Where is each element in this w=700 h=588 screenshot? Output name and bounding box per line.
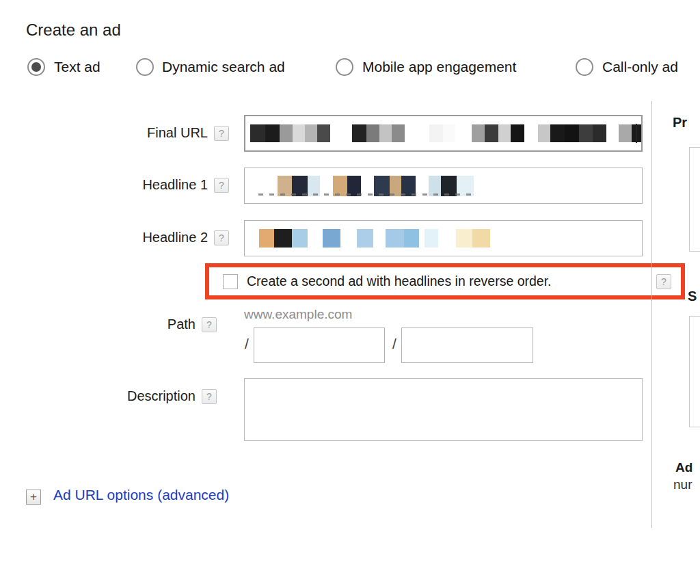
expand-plus-icon[interactable]: +	[26, 490, 41, 505]
path-input-1[interactable]	[254, 328, 385, 363]
radio-text-ad-icon[interactable]	[27, 58, 45, 76]
final-url-help-icon[interactable]: ?	[214, 126, 229, 141]
headline1-label-row: Headline 1 ?	[0, 177, 229, 193]
reverse-headlines-label: Create a second ad with headlines in rev…	[247, 273, 552, 289]
headline2-label: Headline 2	[142, 230, 208, 245]
path-input-2[interactable]	[401, 328, 533, 363]
right-panel-bold-text-clipped: Ad	[675, 460, 692, 475]
ad-url-options-link[interactable]: Ad URL options (advanced)	[53, 487, 229, 503]
radio-mobile-app-engagement-label[interactable]: Mobile app engagement	[362, 59, 516, 75]
text-cursor	[636, 124, 637, 143]
description-textarea[interactable]	[244, 378, 643, 441]
headline2-help-icon[interactable]: ?	[214, 230, 229, 245]
headline1-redacted-value	[245, 168, 642, 203]
headline2-redacted-value	[245, 221, 642, 256]
side-heading-clipped: S	[688, 289, 697, 304]
radio-dynamic-search-ad-icon[interactable]	[136, 58, 154, 76]
reverse-headlines-highlight-box: Create a second ad with headlines in rev…	[205, 263, 685, 299]
description-label-row: Description ?	[0, 388, 217, 404]
headline2-input[interactable]	[244, 220, 643, 256]
radio-call-only-ad-label[interactable]: Call-only ad	[602, 59, 678, 75]
radio-dynamic-search-ad-label[interactable]: Dynamic search ad	[162, 59, 285, 75]
path-separator-1: /	[245, 336, 249, 352]
final-url-input[interactable]	[244, 115, 643, 152]
description-help-icon[interactable]: ?	[202, 389, 217, 404]
radio-call-only-ad-icon[interactable]	[576, 58, 593, 76]
headline1-label: Headline 1	[142, 177, 208, 193]
final-url-label-row: Final URL ?	[0, 125, 229, 141]
final-url-redacted-value	[245, 116, 641, 150]
preview-box-bottom	[689, 316, 700, 427]
radio-text-ad-label[interactable]: Text ad	[54, 59, 100, 75]
path-help-icon[interactable]: ?	[202, 317, 217, 332]
reverse-headlines-checkbox[interactable]	[223, 274, 238, 289]
preview-heading-clipped: Pr	[673, 115, 687, 131]
path-base-url: www.example.com	[244, 307, 352, 322]
preview-box-top	[689, 147, 700, 252]
page-title: Create an ad	[26, 21, 121, 40]
path-label: Path	[167, 317, 196, 332]
headline2-label-row: Headline 2 ?	[0, 230, 229, 245]
right-panel-text-clipped: nur	[673, 477, 692, 492]
reverse-headlines-help-icon[interactable]: ?	[656, 274, 671, 289]
create-ad-panel: Create an ad Text ad Dynamic search ad M…	[0, 0, 700, 588]
headline1-input[interactable]	[244, 168, 643, 204]
headline1-redacted-underline	[258, 193, 476, 196]
path-label-row: Path ?	[0, 317, 217, 332]
description-label: Description	[127, 388, 196, 404]
panel-divider	[651, 101, 652, 528]
final-url-label: Final URL	[147, 125, 208, 141]
radio-mobile-app-engagement-icon[interactable]	[336, 58, 353, 76]
headline1-help-icon[interactable]: ?	[214, 178, 229, 193]
path-separator-2: /	[392, 336, 396, 352]
